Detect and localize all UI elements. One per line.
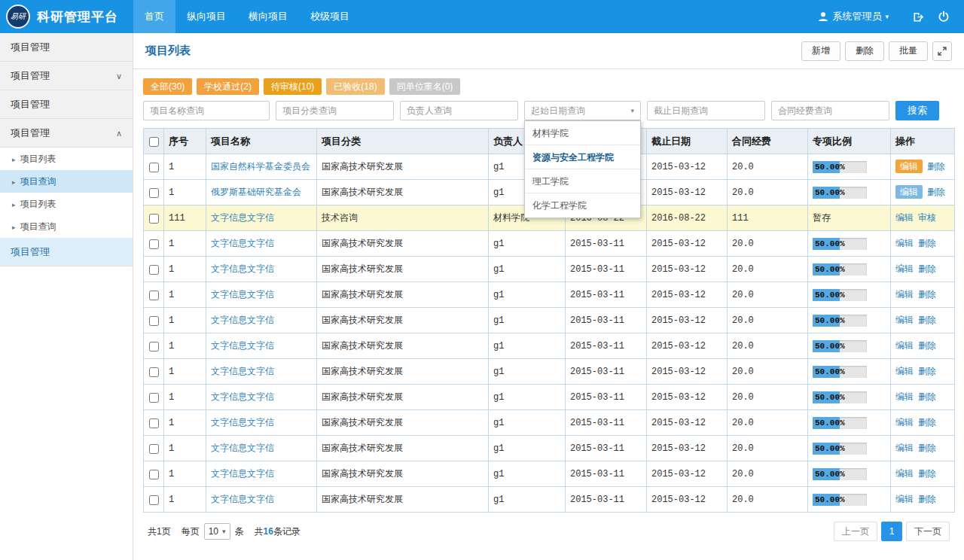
sidebar-group-project-management-5[interactable]: 项目管理 (0, 238, 133, 266)
project-name-link[interactable]: 文字信息文字信 (211, 289, 274, 300)
delete-action[interactable]: 删除 (918, 417, 936, 428)
user-menu[interactable]: 系统管理员 ▾ (818, 10, 889, 23)
row-checkbox[interactable] (149, 393, 159, 403)
filter-pending-review[interactable]: 待审核(10) (264, 78, 322, 95)
sidebar-group-project-management-3[interactable]: 项目管理 (0, 90, 133, 119)
row-checkbox[interactable] (149, 265, 159, 275)
expand-button[interactable] (932, 41, 952, 61)
nav-tab-school-projects[interactable]: 校级项目 (299, 0, 361, 33)
project-name-link[interactable]: 文字信息文字信 (211, 443, 274, 453)
project-name-link[interactable]: 文字信息文字信 (211, 391, 274, 402)
sidebar-group-project-management-4[interactable]: 项目管理 ∧ (0, 119, 133, 148)
project-name-link[interactable]: 文字信息文字信 (211, 366, 274, 376)
delete-action[interactable]: 删除 (918, 366, 936, 376)
edit-action[interactable]: 编辑 (895, 238, 914, 248)
filter-accepted[interactable]: 已验收(18) (326, 78, 384, 95)
delete-action[interactable]: 删除 (918, 468, 936, 479)
dropdown-item-science-college[interactable]: 理工学院 (525, 169, 640, 193)
cell-ratio: 50.00% (808, 180, 891, 205)
nav-tab-vertical-projects[interactable]: 纵向项目 (175, 0, 237, 33)
filter-duplicate-name[interactable]: 同单位重名(0) (389, 78, 461, 95)
edit-action[interactable]: 编辑 (895, 185, 923, 199)
row-checkbox[interactable] (149, 239, 159, 249)
delete-action[interactable]: 删除 (918, 340, 936, 351)
project-name-link[interactable]: 文字信息文字信 (211, 212, 274, 223)
row-checkbox[interactable] (149, 316, 159, 326)
row-checkbox[interactable] (149, 418, 159, 428)
delete-action[interactable]: 删除 (927, 187, 945, 197)
edit-action[interactable]: 编辑 (895, 315, 914, 325)
sidebar-item-project-query-1[interactable]: ▸项目查询 (0, 170, 133, 193)
project-name-input[interactable] (143, 101, 270, 120)
page-1-button[interactable]: 1 (881, 522, 902, 541)
row-checkbox[interactable] (149, 291, 159, 300)
end-date-input[interactable] (647, 101, 765, 120)
filter-school-approved[interactable]: 学校通过(2) (197, 78, 259, 95)
cell-end-date: 2015-03-12 (647, 282, 728, 308)
project-name-link[interactable]: 文字信息文字信 (211, 263, 274, 274)
owner-input[interactable] (400, 101, 518, 120)
delete-action[interactable]: 删除 (927, 161, 945, 172)
row-checkbox[interactable] (149, 342, 159, 352)
power-button[interactable] (934, 7, 953, 26)
project-name-link[interactable]: 文字信息文字信 (211, 417, 274, 428)
batch-button[interactable]: 批量 (889, 41, 928, 61)
project-name-link[interactable]: 国家自然科学基金委员会 (211, 161, 310, 172)
row-checkbox[interactable] (149, 495, 159, 505)
edit-action[interactable]: 编辑 (895, 340, 914, 351)
sidebar-item-project-list-1[interactable]: ▸项目列表 (0, 148, 133, 170)
edit-action[interactable]: 编辑 (895, 494, 914, 504)
search-button[interactable]: 搜索 (895, 101, 939, 120)
nav-tab-home[interactable]: 首页 (133, 0, 175, 33)
delete-action[interactable]: 删除 (918, 315, 936, 325)
edit-action[interactable]: 编辑 (895, 263, 914, 274)
edit-action[interactable]: 编辑 (895, 417, 914, 428)
row-checkbox[interactable] (149, 367, 159, 377)
row-checkbox[interactable] (149, 444, 159, 454)
delete-action[interactable]: 删除 (918, 391, 936, 402)
fee-input[interactable] (771, 101, 889, 120)
review-action[interactable]: 审核 (918, 212, 936, 223)
project-name-link[interactable]: 文字信息文字信 (211, 315, 274, 325)
project-name-link[interactable]: 文字信息文字信 (211, 494, 274, 504)
nav-tab-horizontal-projects[interactable]: 横向项目 (237, 0, 299, 33)
delete-action[interactable]: 删除 (918, 443, 936, 453)
project-name-link[interactable]: 文字信息文字信 (211, 340, 274, 351)
edit-action[interactable]: 编辑 (895, 468, 914, 479)
row-checkbox[interactable] (149, 188, 159, 198)
edit-action[interactable]: 编辑 (895, 443, 914, 453)
sidebar-group-project-management-2[interactable]: 项目管理 ∨ (0, 62, 133, 90)
delete-action[interactable]: 删除 (918, 289, 936, 300)
dropdown-item-chemical-college[interactable]: 化学工程学院 (525, 193, 640, 218)
dropdown-item-resource-safety-college[interactable]: 资源与安全工程学院 (525, 145, 640, 169)
edit-action[interactable]: 编辑 (895, 160, 923, 173)
prev-page-button[interactable]: 上一页 (834, 522, 877, 541)
sidebar-group-project-management-1[interactable]: 项目管理 (0, 33, 133, 62)
row-checkbox[interactable] (149, 470, 159, 479)
filter-all[interactable]: 全部(30) (143, 78, 192, 95)
project-name-link[interactable]: 文字信息文字信 (211, 238, 274, 248)
open-new-window-button[interactable] (908, 7, 928, 26)
delete-action[interactable]: 删除 (918, 494, 936, 504)
cell-fee: 20.0 (728, 410, 808, 436)
delete-action[interactable]: 删除 (918, 263, 936, 274)
per-page-select[interactable]: 10 ▾ (204, 523, 230, 540)
edit-action[interactable]: 编辑 (895, 391, 914, 402)
next-page-button[interactable]: 下一页 (906, 522, 950, 541)
start-date-select[interactable]: 起始日期查询 ▾ (524, 101, 641, 120)
project-name-link[interactable]: 俄罗斯基础研究基金会 (211, 187, 301, 197)
row-checkbox[interactable] (149, 163, 159, 172)
edit-action[interactable]: 编辑 (895, 212, 914, 223)
sidebar-item-project-list-2[interactable]: ▸项目列表 (0, 193, 133, 215)
edit-action[interactable]: 编辑 (895, 289, 914, 300)
row-checkbox[interactable] (149, 214, 159, 224)
dropdown-item-material-college[interactable]: 材料学院 (525, 121, 640, 145)
project-name-link[interactable]: 文字信息文字信 (211, 468, 274, 479)
sidebar-item-project-query-2[interactable]: ▸项目查询 (0, 215, 133, 238)
select-all-checkbox[interactable] (149, 137, 159, 147)
add-button[interactable]: 新增 (801, 41, 840, 61)
project-category-input[interactable] (276, 101, 394, 120)
edit-action[interactable]: 编辑 (895, 366, 914, 376)
delete-action[interactable]: 删除 (918, 238, 936, 248)
delete-button[interactable]: 删除 (845, 41, 884, 61)
